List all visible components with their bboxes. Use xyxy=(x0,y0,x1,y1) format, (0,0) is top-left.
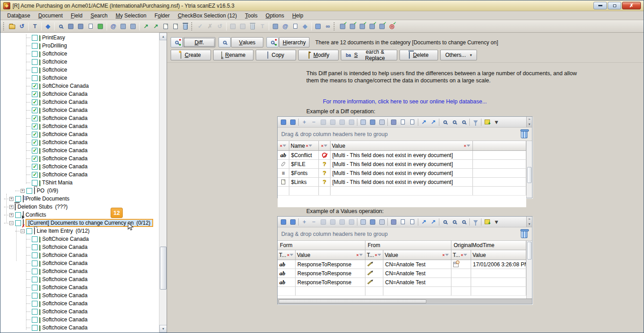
tree-item[interactable]: Softchoice Canada xyxy=(0,324,159,332)
new-selection-alt-icon[interactable] xyxy=(238,22,247,31)
menu-item-folder[interactable]: Folder xyxy=(150,12,174,20)
document-links-icon[interactable] xyxy=(291,22,300,31)
tree-item[interactable]: Softchoice Canada xyxy=(0,138,159,146)
minimize-button[interactable] xyxy=(593,2,607,9)
menu-item-document[interactable]: Document xyxy=(34,12,67,20)
tree-checkbox[interactable] xyxy=(15,220,21,226)
copy-with-headers-icon[interactable] xyxy=(408,118,416,126)
grid-horizontal-scrollbar[interactable] xyxy=(278,299,532,304)
export-grid-options-icon[interactable]: ↗ xyxy=(429,218,438,226)
table-row[interactable]: $Links?[Multi - This field does not exis… xyxy=(278,178,526,187)
checkbox-target-icon[interactable]: ◎✓ xyxy=(387,22,396,31)
collapse-icon[interactable] xyxy=(9,221,13,225)
at-formula-icon[interactable]: @ xyxy=(109,22,118,31)
column-header-value[interactable]: Value xyxy=(296,250,365,260)
compare-databases-icon[interactable]: ∞ xyxy=(323,22,332,31)
help-database-link[interactable]: For more information, click here to see … xyxy=(306,98,503,105)
column-header[interactable] xyxy=(319,141,331,150)
export-grid-icon[interactable]: ↗ xyxy=(420,218,428,226)
tree-item[interactable]: Softchoice Canada xyxy=(0,243,159,251)
demote-icon[interactable] xyxy=(328,118,337,126)
grid-vertical-scrollbar[interactable] xyxy=(526,141,532,198)
table-row[interactable]: abResponseToResponseCN=Anatole Test xyxy=(278,278,526,287)
unid-viewer-icon[interactable] xyxy=(119,22,128,31)
tree-item[interactable]: [Current] Documents to change Currency o… xyxy=(0,219,159,227)
menu-item-database[interactable]: Database xyxy=(3,12,34,20)
tree-checkbox[interactable] xyxy=(32,148,38,154)
column-filter-icon[interactable] xyxy=(442,253,449,257)
note-dropdown-arrow-icon[interactable]: ▾ xyxy=(492,218,501,226)
tree-item[interactable]: SoftChoice Canada xyxy=(0,82,159,90)
group-by-bar[interactable]: Drag & drop column headers here to group xyxy=(278,227,532,241)
grouping-trash-icon[interactable] xyxy=(521,131,528,138)
group-header-originalmodtime[interactable]: OriginalModTime xyxy=(451,241,526,250)
list-at-icon[interactable] xyxy=(271,22,280,31)
delete-button[interactable]: Delete xyxy=(399,50,438,60)
table-row[interactable]: ≡$Fonts?[Multi - This field does not exi… xyxy=(278,169,526,178)
tree-checkbox[interactable] xyxy=(32,59,38,65)
edit-fields-icon[interactable] xyxy=(76,22,85,31)
scroll-up-arrow[interactable]: ▲ xyxy=(159,33,167,40)
select-branch-icon[interactable] xyxy=(347,118,356,126)
toolbar-overflow-icon[interactable]: » ▾ xyxy=(526,217,532,227)
tree-item[interactable]: Softchoice Canada xyxy=(0,259,159,267)
tree-checkbox[interactable] xyxy=(32,91,38,97)
checkbox-confirm-icon[interactable]: ✓ xyxy=(338,22,347,31)
tree-item[interactable]: SoftChoice Canada xyxy=(0,235,159,243)
modify-button[interactable]: Modify xyxy=(298,50,339,60)
search-replace-button[interactable]: baSearch & Replace xyxy=(341,50,397,60)
column-filter-icon[interactable] xyxy=(464,144,470,148)
table-row[interactable]: abResponseToResponseCN=Anatole Test xyxy=(278,269,526,278)
export-grid-icon[interactable]: ↗ xyxy=(420,118,428,126)
column-filter-icon[interactable] xyxy=(287,253,293,257)
column-header[interactable] xyxy=(278,141,289,150)
tree-checkbox[interactable] xyxy=(32,99,38,105)
freeze-column-icon[interactable] xyxy=(359,118,367,126)
checkbox-add-icon[interactable]: ✓ xyxy=(348,22,357,31)
hide-column-icon[interactable] xyxy=(378,118,386,126)
new-document-icon[interactable] xyxy=(161,22,170,31)
tree-checkbox[interactable] xyxy=(32,132,38,137)
note-dropdown-arrow-icon[interactable]: ▾ xyxy=(492,118,501,126)
tree-item[interactable]: Softchoice Canada xyxy=(0,299,159,307)
search-documents-icon[interactable] xyxy=(56,22,65,31)
tree-item[interactable]: Softchoice Canada xyxy=(0,267,159,275)
remove-row-icon[interactable]: − xyxy=(309,118,318,126)
grouping-trash-icon[interactable] xyxy=(521,231,528,238)
reload-icon[interactable]: ↺ xyxy=(215,22,224,31)
tree-item[interactable]: ProDrilling xyxy=(0,42,159,50)
find-in-grid-icon[interactable] xyxy=(450,218,459,226)
tree-item[interactable]: TShirt Mania xyxy=(0,179,159,187)
tree-item[interactable]: PO(0/9) xyxy=(0,187,159,195)
diff-search-icon[interactable] xyxy=(171,37,183,47)
refresh-database-icon[interactable]: ↺ xyxy=(17,22,26,31)
open-database-icon[interactable] xyxy=(8,22,17,31)
tree-item[interactable]: Deletion Stubs(???) xyxy=(0,203,159,211)
table-row[interactable]: $FILE?[Multi - This field does not exist… xyxy=(278,160,526,169)
color-column-icon[interactable] xyxy=(368,218,377,226)
grid-hscroll-thumb[interactable] xyxy=(279,299,426,303)
group-header-from[interactable]: From xyxy=(365,241,451,250)
tree-item[interactable]: Softchoice Canada xyxy=(0,98,159,106)
hide-column-icon[interactable] xyxy=(378,218,386,226)
tree-item[interactable]: Softchoice Canada xyxy=(0,171,159,179)
expand-icon[interactable] xyxy=(9,205,13,209)
tree-item[interactable]: Softchoice Canada xyxy=(0,251,159,259)
values-search-icon[interactable] xyxy=(219,37,231,47)
grid-scroll-thumb[interactable] xyxy=(527,242,532,260)
tree-item[interactable]: Softchoice Canada xyxy=(0,307,159,316)
column-header-value[interactable]: Value xyxy=(331,141,473,150)
navigator-icon[interactable]: ◆ xyxy=(43,22,52,31)
tree-checkbox[interactable] xyxy=(32,301,38,307)
add-row-icon[interactable]: + xyxy=(300,118,309,126)
tree-checkbox[interactable] xyxy=(32,51,38,57)
tree-item[interactable]: Line Item Entry(0/12) xyxy=(0,227,159,235)
tree-checkbox[interactable] xyxy=(26,228,32,234)
tree-checkbox[interactable] xyxy=(32,293,38,299)
export-document-icon[interactable]: ↗ xyxy=(142,22,150,31)
toolbar-overflow-icon[interactable]: » ▾ xyxy=(526,117,532,127)
tree-item[interactable]: Softchoice Canada xyxy=(0,130,159,138)
tree-scrollbar[interactable]: ▲ ▼ xyxy=(159,33,167,333)
demote-icon[interactable] xyxy=(328,218,337,226)
column-header-type[interactable]: T... xyxy=(278,250,296,260)
